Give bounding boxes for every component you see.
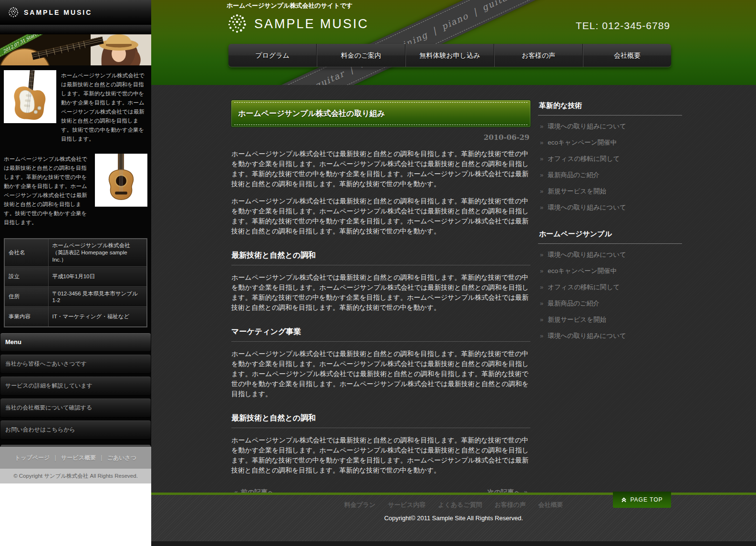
article-paragraph: ホームページサンプル株式会社では最新技術と自然との調和を目指します。革新的な技術… (231, 435, 530, 475)
sidebar-menu-item-contact[interactable]: お問い合わせはこちらから (0, 420, 151, 439)
article-date: 2010-06-29 (232, 133, 529, 142)
double-chevron-right-icon: » (540, 204, 543, 211)
article-section-heading: 最新技術と自然との調和 (231, 413, 530, 428)
sidebar-menu-item-greeting[interactable]: 当社から皆様へごあいさつです (0, 355, 151, 373)
double-chevron-right-icon: » (540, 251, 543, 258)
footer-link-service-overview[interactable]: サービス概要 (61, 454, 96, 462)
link-label: 最新商品のご紹介 (548, 299, 600, 308)
right-sidebar-heading-1: 革新的な技術 (538, 100, 682, 116)
page-top-button[interactable]: PAGE TOP (613, 492, 671, 508)
nav-item-testimonials[interactable]: お客様の声 (494, 44, 583, 67)
right-sidebar-heading-2: ホームページサンプル (538, 229, 682, 244)
nav-item-company[interactable]: 会社概要 (583, 44, 671, 67)
article-paragraph: ホームページサンプル株式会社では最新技術と自然との調和を目指します。革新的な技術… (231, 273, 530, 313)
double-chevron-right-icon: » (540, 139, 543, 146)
double-chevron-right-icon: » (540, 300, 543, 307)
header-logo-text: SAMPLE MUSIC (254, 17, 369, 32)
footer-link-top-page[interactable]: トップページ (15, 454, 50, 462)
founded-value: 平成10年1月10日 (48, 267, 147, 287)
starburst-logo-icon (8, 7, 19, 18)
list-item[interactable]: »オフィスの移転に関して (538, 280, 682, 294)
link-label: オフィスの移転に関して (548, 283, 620, 292)
sidebar-intro-block-2: ホームページサンプル株式会社では最新技術と自然との調和を目指します。革新的な技術… (0, 149, 151, 232)
article-paragraph: ホームページサンプル株式会社では最新技術と自然との調和を目指します。革新的な技術… (231, 149, 530, 189)
founded-label: 設立 (4, 267, 48, 287)
sidebar-banner-image: 2012.07.31 Start! (0, 34, 151, 65)
nav-item-pricing[interactable]: 料金のご案内 (317, 44, 405, 67)
sidebar-intro-block-1: ホームページサンプル株式会社では最新技術と自然との調和を目指します。革新的な技術… (0, 65, 151, 149)
double-chevron-right-icon: » (540, 267, 543, 274)
double-chevron-right-icon: » (540, 284, 543, 291)
link-label: 新規サービスを開始 (548, 187, 606, 196)
right-sidebar-list-1: »環境への取り組みについて »ecoキャンペーン開催中 »オフィスの移転に関して… (538, 119, 682, 215)
article-section-heading: マーケティング事業 (231, 327, 530, 342)
list-item[interactable]: »新規サービスを開始 (538, 313, 682, 327)
link-label: 環境への取り組みについて (548, 251, 626, 259)
double-chevron-right-icon: » (540, 171, 543, 178)
article-title: ホームページサンプル株式会社の取り組み (234, 102, 528, 125)
list-item[interactable]: »最新商品のご紹介 (538, 168, 682, 182)
content-area: ホームページサンプル株式会社の取り組み 2010-06-29 ホームページサンプ… (151, 85, 756, 493)
sidebar-intro-text-1: ホームページサンプル株式会社では最新技術と自然との調和を目指します。革新的な技術… (61, 70, 147, 144)
double-chevron-right-icon: » (540, 123, 543, 130)
footer-link-testimonials[interactable]: お客様の声 (495, 501, 526, 509)
footer-link-services[interactable]: サービス内容 (388, 501, 425, 509)
list-item[interactable]: »新規サービスを開始 (538, 184, 682, 199)
link-label: ecoキャンペーン開催中 (548, 138, 617, 147)
sidebar-intro-text-2: ホームページサンプル株式会社では最新技術と自然との調和を目指します。革新的な技術… (4, 154, 90, 227)
page-top-label: PAGE TOP (630, 496, 663, 503)
right-sidebar-list-2: »環境への取り組みについて »ecoキャンペーン開催中 »オフィスの移転に関して… (538, 248, 682, 343)
guitar-model-banner-illustration: 2012.07.31 Start! (0, 34, 151, 65)
list-item[interactable]: »環境への取り組みについて (538, 200, 682, 215)
list-item[interactable]: »環境への取り組みについて (538, 119, 682, 134)
article-title-banner: ホームページサンプル株式会社の取り組み (231, 100, 530, 127)
footer-link-greeting[interactable]: ごあいさつ (107, 454, 136, 462)
footer-copyright: Copyright© 2011 Sample Site All Rights R… (151, 514, 756, 522)
site-tagline: ホームページサンプル株式会社のサイトです (227, 1, 352, 10)
company-name-value: ホームページサンプル株式会社 （英語表記 Homepage sample Inc… (48, 239, 147, 267)
list-item[interactable]: »環境への取り組みについて (538, 248, 682, 262)
address-label: 住所 (4, 287, 48, 307)
menu-heading: Menu (0, 333, 151, 351)
nav-item-program[interactable]: プログラム (228, 44, 317, 67)
main-column: piano | guitar | voice training | piano … (151, 0, 756, 546)
list-item[interactable]: »ecoキャンペーン開催中 (538, 264, 682, 278)
link-label: 新規サービスを開始 (548, 315, 606, 324)
link-label: 最新商品のご紹介 (548, 171, 600, 179)
list-item[interactable]: »ecoキャンペーン開催中 (538, 136, 682, 150)
list-item[interactable]: »最新商品のご紹介 (538, 296, 682, 311)
footer-link-company[interactable]: 会社概要 (538, 501, 563, 509)
article-paragraph: ホームページサンプル株式会社では最新技術と自然との調和を目指します。革新的な技術… (231, 196, 530, 236)
sidebar-copyright: © Copyright サンプル株式会社 All Rights Reseved. (0, 469, 151, 483)
double-chevron-right-icon: » (540, 316, 543, 323)
right-sidebar: 革新的な技術 »環境への取り組みについて »ecoキャンペーン開催中 »オフィス… (538, 100, 682, 497)
sidebar-logo-text: SAMPLE MUSIC (24, 9, 92, 16)
separator: ｜ (99, 454, 104, 462)
page: SAMPLE MUSIC (0, 0, 756, 546)
table-row: 事業内容 IT・マーケティング・福祉など (4, 307, 147, 327)
table-row: 設立 平成10年1月10日 (4, 267, 147, 287)
article-paragraph: ホームページサンプル株式会社では最新技術と自然との調和を目指します。革新的な技術… (231, 349, 530, 399)
company-name-line2: （英語表記 Homepage sample Inc.） (52, 249, 143, 263)
separator: ｜ (52, 454, 58, 462)
double-chevron-right-icon: » (540, 188, 543, 195)
business-label: 事業内容 (4, 307, 48, 327)
sidebar-menu-item-service[interactable]: サービスの詳細を解説しています (0, 377, 151, 395)
sidebar-divider-band (0, 25, 151, 34)
company-info-table: 会社名 ホームページサンプル株式会社 （英語表記 Homepage sample… (4, 238, 147, 327)
list-item[interactable]: »環境への取り組みについて (538, 329, 682, 343)
header-logo[interactable]: SAMPLE MUSIC (227, 13, 369, 34)
footer-link-pricing[interactable]: 料金プラン (344, 501, 376, 509)
electric-guitar-image (4, 70, 56, 123)
list-item[interactable]: »オフィスの移転に関して (538, 152, 682, 166)
footer-bottom-strip (151, 541, 756, 546)
nav-item-free-trial[interactable]: 無料体験お申し込み (405, 44, 494, 67)
footer-link-faq[interactable]: よくあるご質問 (438, 501, 482, 509)
link-label: 環境への取り組みについて (548, 332, 626, 340)
sidebar-logo[interactable]: SAMPLE MUSIC (0, 0, 151, 25)
company-name-line1: ホームページサンプル株式会社 (52, 242, 143, 249)
sidebar-menu-item-company[interactable]: 当社の会社概要について確認する (0, 399, 151, 417)
site-header: piano | guitar | voice training | piano … (151, 0, 756, 85)
ribbon-text: piano | guitar | voice training | piano … (282, 0, 543, 85)
decorative-ribbon: piano | guitar | voice training | piano … (281, 0, 545, 85)
